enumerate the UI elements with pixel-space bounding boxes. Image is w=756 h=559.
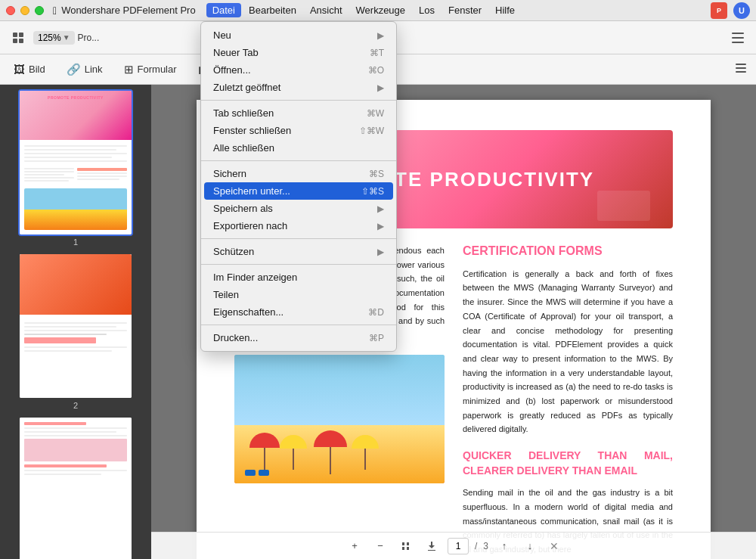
close-window-button[interactable] <box>6 6 15 15</box>
thumbnail-box-2 <box>20 254 132 398</box>
prev-page-button[interactable]: ↑ <box>494 536 514 556</box>
bild-button[interactable]: 🖼 Bild <box>9 60 50 79</box>
app-icon: P <box>711 2 727 19</box>
svg-rect-2 <box>13 39 17 43</box>
menu-item-schuetzen[interactable]: Schützen ▶ <box>201 243 396 260</box>
menu-section-6: Drucken... ⌘P <box>201 328 396 348</box>
svg-rect-4 <box>732 33 744 34</box>
sidebar-toggle-button[interactable] <box>727 27 748 48</box>
menu-section-1: Neu ▶ Neuer Tab ⌘T Öffnen... ⌘O Zuletzt … <box>201 25 396 98</box>
thumbnail-box-3 <box>20 418 132 559</box>
menu-item-zuletzt[interactable]: Zuletzt geöffnet ▶ <box>201 79 396 96</box>
menu-section-2: Tab schließen ⌘W Fenster schließen ⇧⌘W A… <box>201 103 396 158</box>
minimize-window-button[interactable] <box>20 6 29 15</box>
menu-item-tab-schliessen[interactable]: Tab schließen ⌘W <box>201 104 396 122</box>
thumbnail-sidebar: PROMOTE PRODUCTIVITY <box>0 85 151 559</box>
menu-item-exportieren-nach[interactable]: Exportieren nach ▶ <box>201 217 396 234</box>
thumbnail-box-1: PROMOTE PRODUCTIVITY <box>20 91 132 234</box>
next-page-button[interactable]: ↓ <box>520 536 540 556</box>
svg-rect-3 <box>19 39 23 43</box>
menu-item-speichern-als[interactable]: Speichern als ▶ <box>201 200 396 217</box>
menu-section-5: Im Finder anzeigen Teilen Eigenschaften.… <box>201 267 396 322</box>
menu-item-speichern-unter[interactable]: Speichern unter... ⇧⌘S <box>204 182 393 200</box>
pdf-filename-label: Pro... <box>78 33 100 43</box>
title-bar:  Wondershare PDFelement Pro Datei Bearb… <box>0 0 756 21</box>
toolbar-right-collapse[interactable] <box>735 62 747 77</box>
menu-item-fenster-schliessen[interactable]: Fenster schließen ⇧⌘W <box>201 122 396 139</box>
menu-item-oeffnen[interactable]: Öffnen... ⌘O <box>201 61 396 79</box>
thumbnail-label-1: 1 <box>73 238 78 247</box>
link-button[interactable]: 🔗 Link <box>62 60 107 79</box>
fit-page-button[interactable] <box>396 536 416 556</box>
thumbnail-page-2[interactable]: 2 <box>3 254 148 410</box>
bild-label: Bild <box>29 64 45 75</box>
formular-icon: ⊞ <box>124 63 134 76</box>
page-number-input[interactable] <box>448 538 469 554</box>
svg-rect-8 <box>736 67 746 69</box>
svg-rect-6 <box>732 42 744 43</box>
menu-item-alle-schliessen[interactable]: Alle schließen <box>201 139 396 157</box>
certification-body: Certification is generally a back and fo… <box>463 267 673 436</box>
certification-title: CERTIFICATION FORMS <box>463 244 673 259</box>
menu-los[interactable]: Los <box>413 3 441 17</box>
menu-divider-4 <box>201 264 396 265</box>
thumbnail-page-3[interactable]: 3 <box>3 418 148 559</box>
menu-item-neuer-tab[interactable]: Neuer Tab ⌘T <box>201 44 396 61</box>
menu-fenster[interactable]: Fenster <box>442 3 488 17</box>
menu-divider-2 <box>201 160 396 161</box>
pdf-beach-image <box>234 355 445 483</box>
total-pages-label: 3 <box>483 541 488 551</box>
user-avatar[interactable]: U <box>733 2 750 19</box>
link-label: Link <box>85 64 103 75</box>
menu-section-3: Sichern ⌘S Speichern unter... ⇧⌘S Speich… <box>201 163 396 236</box>
menu-divider-5 <box>201 325 396 325</box>
menu-item-drucken[interactable]: Drucken... ⌘P <box>201 329 396 346</box>
menu-bearbeiten[interactable]: Bearbeiten <box>243 3 302 17</box>
menu-item-im-finder[interactable]: Im Finder anzeigen <box>201 269 396 286</box>
grid-view-button[interactable] <box>8 27 29 48</box>
menu-divider-3 <box>201 238 396 239</box>
menu-werkzeuge[interactable]: Werkzeuge <box>350 3 412 17</box>
toolbar-left: 125% ▼ <box>8 27 75 48</box>
maximize-window-button[interactable] <box>35 6 44 15</box>
pagination-bar: + − / 3 ↑ ↓ ✕ <box>151 532 756 559</box>
page-separator: / <box>475 541 477 551</box>
menu-item-teilen[interactable]: Teilen <box>201 286 396 303</box>
thumbnail-2-content <box>20 254 132 398</box>
traffic-lights <box>6 6 44 15</box>
svg-rect-5 <box>732 37 744 39</box>
svg-rect-9 <box>736 71 746 73</box>
svg-rect-1 <box>19 33 23 37</box>
pdf-right-column: CERTIFICATION FORMS Certification is gen… <box>463 244 673 557</box>
menu-item-eigenschaften[interactable]: Eigenschaften... ⌘D <box>201 303 396 321</box>
pagination-close-button[interactable]: ✕ <box>546 538 562 554</box>
datei-dropdown-menu: Neu ▶ Neuer Tab ⌘T Öffnen... ⌘O Zuletzt … <box>200 21 397 352</box>
menubar: Datei Bearbeiten Ansicht Werkzeuge Los F… <box>206 3 521 17</box>
thumbnail-label-2: 2 <box>73 401 78 410</box>
menu-hilfe[interactable]: Hilfe <box>489 3 521 17</box>
thumbnail-3-content <box>20 418 132 559</box>
menu-item-sichern[interactable]: Sichern ⌘S <box>201 165 396 182</box>
svg-rect-7 <box>736 64 746 65</box>
title-bar-right: P U <box>711 2 750 19</box>
zoom-in-button[interactable]: + <box>345 536 364 556</box>
menu-datei[interactable]: Datei <box>206 3 241 17</box>
download-button[interactable] <box>422 536 442 556</box>
svg-rect-0 <box>13 33 17 37</box>
app-name-label: Wondershare PDFelement Pro <box>61 5 196 16</box>
delivery-title: QUICKER DELIVERY THAN MAIL, CLEARER DELI… <box>463 449 673 478</box>
menu-divider-1 <box>201 100 396 101</box>
link-icon: 🔗 <box>67 63 81 76</box>
apple-icon:  <box>53 5 57 17</box>
menu-ansicht[interactable]: Ansicht <box>304 3 349 17</box>
formular-label: Formular <box>138 64 177 75</box>
zoom-out-button[interactable]: − <box>370 536 390 556</box>
zoom-control[interactable]: 125% ▼ <box>33 31 75 45</box>
menu-item-neu[interactable]: Neu ▶ <box>201 26 396 44</box>
zoom-level-label: 125% <box>38 33 61 43</box>
formular-button[interactable]: ⊞ Formular <box>119 60 181 79</box>
toolbar-right-buttons <box>727 27 748 48</box>
menu-section-4: Schützen ▶ <box>201 241 396 262</box>
bild-icon: 🖼 <box>14 63 25 76</box>
thumbnail-page-1[interactable]: PROMOTE PRODUCTIVITY <box>3 91 148 247</box>
